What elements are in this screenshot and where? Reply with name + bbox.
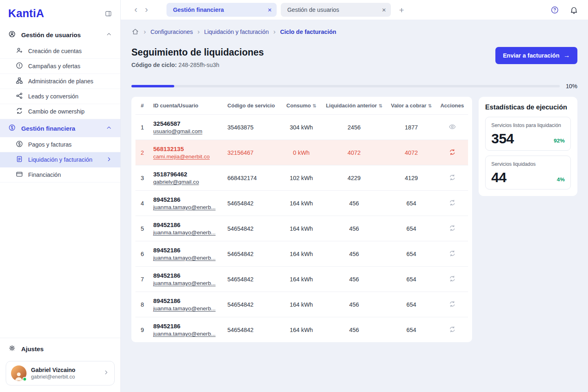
account-user-link[interactable]: juanma.tamayo@enerb... [153, 229, 215, 236]
credit-card-icon [16, 170, 23, 179]
section-label: Gestión financiera [21, 125, 75, 132]
breadcrumb-separator: › [144, 28, 146, 35]
account-user-link[interactable]: usuario@gmail.com [153, 128, 202, 134]
retry-icon[interactable] [448, 148, 456, 156]
sidebar-item-leads-conversion[interactable]: Leads y conversión [0, 89, 120, 104]
sort-icon[interactable]: ⇅ [428, 103, 432, 108]
sidebar-item-liquidacion-facturacion[interactable]: Liquidación y facturación [0, 152, 120, 167]
account-user-link[interactable]: cami.mejia@enerbit.co [153, 154, 209, 160]
table-row: 7 89452186 juanma.tamayo@enerb... 546548… [135, 267, 468, 292]
retry-icon[interactable] [448, 174, 456, 181]
org-chart-icon [16, 77, 23, 86]
cell-consumption: 164 kWh [281, 191, 322, 216]
cell-service-code: 54654842 [223, 241, 281, 267]
collapse-sidebar-icon[interactable] [104, 10, 112, 18]
retry-icon[interactable] [448, 325, 456, 333]
bell-icon[interactable] [570, 6, 578, 14]
account-user-link[interactable]: gabrielv@gmail.co [153, 179, 199, 185]
settlements-table: # ID cuenta/Usuario Código de servicio C… [135, 97, 468, 342]
sidebar-item-label: Liquidación y facturación [28, 156, 92, 163]
account-id: 32546587 [153, 120, 219, 127]
tab-label: Gestión financiera [173, 7, 224, 13]
sidebar-item-creacion-cuentas[interactable]: Creación de cuentas [0, 44, 120, 59]
new-tab-button[interactable]: + [399, 6, 404, 14]
cell-previous-settlement: 4229 [322, 165, 386, 191]
account-id: 89452186 [153, 272, 219, 279]
back-button[interactable]: ‹ [131, 5, 141, 14]
cell-consumption: 164 kWh [281, 292, 322, 317]
sidebar-item-cambio-ownership[interactable]: Cambio de ownership [0, 104, 120, 119]
user-name: Gabriel Vizcaino [31, 367, 75, 373]
stat-value: 44 [491, 169, 506, 185]
sidebar-item-label: Campañas y ofertas [28, 63, 80, 69]
close-icon[interactable]: × [382, 7, 386, 13]
home-icon[interactable] [131, 28, 139, 36]
retry-icon[interactable] [448, 224, 456, 232]
sidebar-nav: Gestión de usuarios Creación de cuentas … [0, 26, 120, 338]
sidebar-item-financiacion[interactable]: Financiación [0, 167, 120, 183]
chevron-right-icon [106, 156, 112, 164]
column-header-consumption[interactable]: Consumo⇅ [281, 97, 322, 115]
column-header-amount-due[interactable]: Valor a cobrar⇅ [386, 97, 436, 115]
stats-title: Estadísticas de ejecución [485, 103, 571, 111]
cell-amount-due: 4072 [386, 140, 436, 165]
user-card[interactable]: Gabriel Vizcaino gabriel@enerbit.co [6, 361, 115, 385]
cell-amount-due: 4129 [386, 165, 436, 191]
table-row: 9 89452186 juanma.tamayo@enerb... 546548… [135, 317, 468, 343]
sidebar: KantiA Gestión de usuarios Creación de c… [0, 0, 121, 392]
cell-service-code: 54654842 [223, 317, 281, 343]
breadcrumb-separator: › [273, 28, 276, 35]
breadcrumb-liquidacion[interactable]: Liquidación y facturación [204, 29, 268, 35]
retry-icon[interactable] [448, 300, 456, 308]
cell-account: 3518796462 gabrielv@gmail.co [149, 165, 223, 191]
sort-icon[interactable]: ⇅ [379, 103, 382, 108]
user-email: gabriel@enerbit.co [31, 374, 75, 380]
cell-consumption: 0 kWh [281, 140, 322, 165]
forward-button[interactable]: › [141, 5, 152, 14]
cell-account: 32546587 usuario@gmail.com [149, 115, 223, 140]
sidebar-item-pagos-facturas[interactable]: Pagos y facturas [0, 137, 120, 152]
view-icon[interactable] [448, 123, 456, 131]
sidebar-item-label: Cambio de ownership [28, 108, 84, 115]
cell-actions [436, 191, 468, 216]
progress-bar [131, 85, 560, 87]
tab-gestion-usuarios[interactable]: Gestión de usuarios × [281, 3, 391, 17]
account-id: 89452186 [153, 221, 219, 228]
sidebar-section-gestion-financiera[interactable]: Gestión financiera [0, 119, 120, 137]
column-header-previous-settlement[interactable]: Liquidación anterior⇅ [322, 97, 386, 115]
cell-previous-settlement: 456 [322, 216, 386, 241]
settlements-table-card: # ID cuenta/Usuario Código de servicio C… [131, 97, 472, 342]
account-user-link[interactable]: juanma.tamayo@enerb... [153, 280, 215, 286]
cell-account: 89452186 juanma.tamayo@enerb... [149, 191, 223, 216]
account-id: 3518796462 [153, 171, 219, 178]
close-icon[interactable]: × [268, 7, 272, 13]
cell-amount-due: 654 [386, 216, 436, 241]
retry-icon[interactable] [448, 275, 456, 283]
send-to-billing-button[interactable]: Enviar a facturación → [495, 47, 577, 64]
online-status-dot [22, 377, 27, 381]
sort-icon[interactable]: ⇅ [313, 103, 316, 108]
sidebar-item-ajustes[interactable]: Ajustes [0, 338, 120, 359]
retry-icon[interactable] [448, 199, 456, 207]
tab-strip: Gestión financiera × Gestión de usuarios… [166, 3, 404, 17]
sidebar-item-campanas-ofertas[interactable]: Campañas y ofertas [0, 59, 120, 74]
cell-service-code: 35463875 [223, 115, 281, 140]
breadcrumb-configuraciones[interactable]: Configuraciones [151, 29, 193, 35]
breadcrumb: › Configuraciones › Liquidación y factur… [131, 28, 577, 36]
sidebar-section-gestion-usuarios[interactable]: Gestión de usuarios [0, 26, 120, 44]
retry-icon[interactable] [448, 249, 456, 257]
account-user-link[interactable]: juanma.tamayo@enerb... [153, 305, 215, 312]
tab-gestion-financiera[interactable]: Gestión financiera × [166, 3, 277, 17]
sidebar-item-administracion-planes[interactable]: Administración de planes [0, 74, 120, 89]
account-user-link[interactable]: juanma.tamayo@enerb... [153, 204, 215, 210]
stat-label: Servicios liquidados [491, 161, 565, 168]
cell-previous-settlement: 4072 [322, 140, 386, 165]
cell-row-number: 9 [135, 317, 149, 343]
help-icon[interactable] [550, 6, 559, 14]
cell-consumption: 164 kWh [281, 216, 322, 241]
progress-section: 10% [131, 83, 577, 89]
alert-circle-icon [16, 62, 23, 71]
account-user-link[interactable]: juanma.tamayo@enerb... [153, 255, 215, 261]
account-user-link[interactable]: juanma.tamayo@enerb... [153, 331, 215, 337]
cell-row-number: 3 [135, 165, 149, 191]
